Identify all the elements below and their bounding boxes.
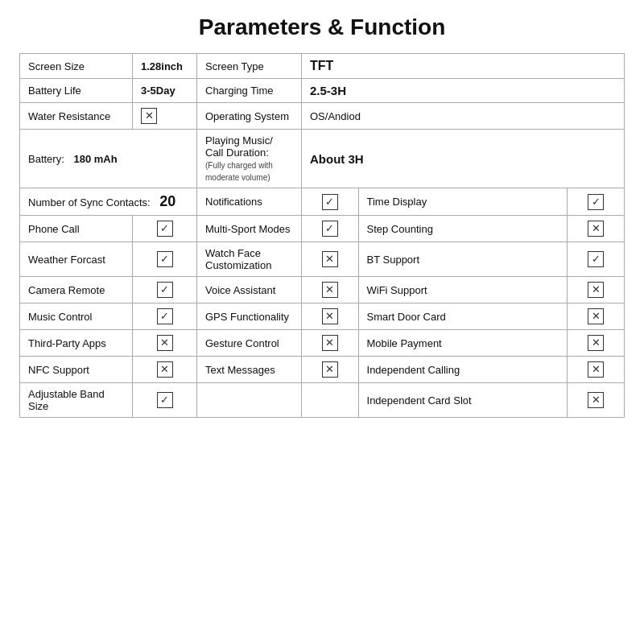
feature-col1-label-4: Third-Party Apps xyxy=(20,330,133,357)
feature-col1-label-3: Music Control xyxy=(20,303,133,330)
feature-col1-label-1: Weather Forcast xyxy=(20,242,133,277)
playing-music-value: About 3H xyxy=(302,130,625,188)
feature-row-0: Phone Call ✓ Multi-Sport Modes ✓ Step Co… xyxy=(20,216,625,242)
screen-size-value: 1.28inch xyxy=(133,54,197,79)
sync-contacts-label: Number of Sync Contacts: xyxy=(28,196,151,208)
operating-system-value: OS/Andiod xyxy=(302,103,625,130)
feature-col1-icon-1: ✓ xyxy=(133,242,197,277)
screen-type-value: TFT xyxy=(302,54,625,79)
feature-col1-label-0: Phone Call xyxy=(20,216,133,242)
screen-size-label: Screen Size xyxy=(20,54,133,79)
feature-col2-label-2: Voice Assistant xyxy=(197,277,302,303)
feature-col3-icon-2: ✕ xyxy=(568,277,625,303)
feature-col1-icon-6: ✓ xyxy=(133,383,197,418)
feature-col2-icon-3: ✕ xyxy=(302,303,359,330)
spec-row-battery2: Battery: 180 mAh Playing Music/ Call Dur… xyxy=(20,130,625,188)
feature-row-4: Third-Party Apps ✕ Gesture Control ✕ Mob… xyxy=(20,330,625,357)
battery-mah-cell: Battery: 180 mAh xyxy=(20,130,197,188)
feature-col3-label-1: BT Support xyxy=(358,242,568,277)
page-title: Parameters & Function xyxy=(19,14,625,40)
feature-col1-icon-5: ✕ xyxy=(133,357,197,383)
time-display-icon-cell: ✓ xyxy=(568,188,625,216)
feature-col3-label-0: Step Counting xyxy=(358,216,568,242)
feature-col1-icon-0: ✓ xyxy=(133,216,197,242)
spec-row-water: Water Resistance ✕ Operating System OS/A… xyxy=(20,103,625,130)
feature-col2-icon-1: ✕ xyxy=(302,242,359,277)
feature-col2-icon-4: ✕ xyxy=(302,330,359,357)
time-display-check-icon: ✓ xyxy=(588,194,604,210)
charging-time-label: Charging Time xyxy=(197,79,302,103)
feature-col3-label-5: Independent Calling xyxy=(358,357,568,383)
feature-col3-icon-4: ✕ xyxy=(568,330,625,357)
feature-col2-label-4: Gesture Control xyxy=(197,330,302,357)
feature-col3-icon-1: ✓ xyxy=(568,242,625,277)
sync-contacts-cell: Number of Sync Contacts: 20 xyxy=(20,188,197,216)
feature-col3-icon-0: ✕ xyxy=(568,216,625,242)
sync-contacts-value: 20 xyxy=(159,193,175,209)
notifications-icon-cell: ✓ xyxy=(302,188,359,216)
feature-col1-icon-2: ✓ xyxy=(133,277,197,303)
battery-life-value: 3-5Day xyxy=(133,79,197,103)
feature-col1-label-2: Camera Remote xyxy=(20,277,133,303)
feature-col1-icon-4: ✕ xyxy=(133,330,197,357)
notifications-check-icon: ✓ xyxy=(322,194,338,210)
spec-row-battery: Battery Life 3-5Day Charging Time 2.5-3H xyxy=(20,79,625,103)
feature-col2-label-6 xyxy=(197,383,302,418)
feature-col2-label-1: Watch Face Customization xyxy=(197,242,302,277)
feature-row-1: Weather Forcast ✓ Watch Face Customizati… xyxy=(20,242,625,277)
feature-row-5: NFC Support ✕ Text Messages ✕ Independen… xyxy=(20,357,625,383)
feature-col3-label-4: Mobile Payment xyxy=(358,330,568,357)
feature-col3-icon-6: ✕ xyxy=(568,383,625,418)
operating-system-label: Operating System xyxy=(197,103,302,130)
water-resistance-label: Water Resistance xyxy=(20,103,133,130)
feature-row-6: Adjustable Band Size ✓ Independent Card … xyxy=(20,383,625,418)
battery-life-label: Battery Life xyxy=(20,79,133,103)
feature-col2-icon-0: ✓ xyxy=(302,216,359,242)
feature-header-row: Number of Sync Contacts: 20 Notification… xyxy=(20,188,625,216)
feature-col3-label-2: WiFi Support xyxy=(358,277,568,303)
feature-col2-label-5: Text Messages xyxy=(197,357,302,383)
feature-col1-icon-3: ✓ xyxy=(133,303,197,330)
screen-type-label: Screen Type xyxy=(197,54,302,79)
feature-col3-label-3: Smart Door Card xyxy=(358,303,568,330)
playing-music-label: Playing Music/ Call Duration: (Fully cha… xyxy=(197,130,302,188)
feature-col2-label-0: Multi-Sport Modes xyxy=(197,216,302,242)
feature-row-3: Music Control ✓ GPS Functionality ✕ Smar… xyxy=(20,303,625,330)
notifications-label: Notifications xyxy=(197,188,302,216)
charging-time-value: 2.5-3H xyxy=(302,79,625,103)
feature-col3-icon-5: ✕ xyxy=(568,357,625,383)
main-table: Screen Size 1.28inch Screen Type TFT Bat… xyxy=(19,53,625,418)
spec-row-screen: Screen Size 1.28inch Screen Type TFT xyxy=(20,54,625,79)
battery-mah-value: 180 mAh xyxy=(73,153,117,165)
water-resistance-x-icon: ✕ xyxy=(141,108,157,124)
feature-col2-icon-6 xyxy=(302,383,359,418)
feature-col2-icon-5: ✕ xyxy=(302,357,359,383)
water-resistance-icon: ✕ xyxy=(133,103,197,130)
feature-col2-label-3: GPS Functionality xyxy=(197,303,302,330)
feature-col1-label-5: NFC Support xyxy=(20,357,133,383)
page: Parameters & Function Screen Size 1.28in… xyxy=(0,0,644,644)
time-display-label: Time Display xyxy=(358,188,568,216)
feature-col3-label-6: Independent Card Slot xyxy=(358,383,568,418)
feature-row-2: Camera Remote ✓ Voice Assistant ✕ WiFi S… xyxy=(20,277,625,303)
feature-col2-icon-2: ✕ xyxy=(302,277,359,303)
battery-label: Battery: xyxy=(28,153,64,165)
feature-col3-icon-3: ✕ xyxy=(568,303,625,330)
feature-col1-label-6: Adjustable Band Size xyxy=(20,383,133,418)
